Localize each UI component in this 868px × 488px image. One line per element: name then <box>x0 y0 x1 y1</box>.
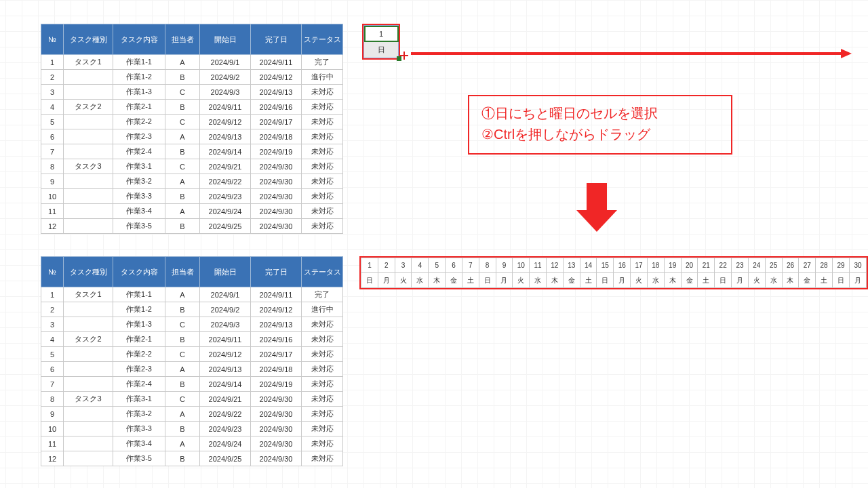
calendar-day-number[interactable]: 20 <box>681 258 698 273</box>
calendar-day-number[interactable]: 1 <box>361 258 378 273</box>
calendar-weekday[interactable]: 月 <box>849 273 866 288</box>
calendar-day-number[interactable]: 16 <box>614 258 631 273</box>
calendar-weekday[interactable]: 金 <box>799 273 816 288</box>
cell-kind[interactable] <box>64 407 113 422</box>
calendar-day-number[interactable]: 5 <box>429 258 446 273</box>
cell-pic[interactable]: C <box>165 392 200 407</box>
cell-no[interactable]: 2 <box>41 70 64 85</box>
calendar-day-number[interactable]: 19 <box>664 258 681 273</box>
calendar-day-number[interactable]: 25 <box>765 258 782 273</box>
cell-status[interactable]: 未対応 <box>302 115 343 129</box>
calendar-day-number[interactable]: 23 <box>732 258 749 273</box>
cell-task[interactable]: 作業3-2 <box>113 174 165 189</box>
calendar-day-number[interactable]: 9 <box>496 258 513 273</box>
cell-task[interactable]: 作業2-1 <box>113 332 165 347</box>
cell-status[interactable]: 未対応 <box>302 159 343 174</box>
calendar-weekday[interactable]: 木 <box>429 273 446 288</box>
cell-pic[interactable]: C <box>165 317 200 332</box>
table-row[interactable]: 2作業1-2B2024/9/22024/9/12進行中 <box>41 302 343 317</box>
cell-no[interactable]: 5 <box>41 115 64 129</box>
cell-task[interactable]: 作業2-4 <box>113 144 165 159</box>
calendar-weekday[interactable]: 木 <box>664 273 681 288</box>
cell-status[interactable]: 未対応 <box>302 144 343 159</box>
table-row[interactable]: 5作業2-2C2024/9/122024/9/17未対応 <box>41 115 343 129</box>
cell-start[interactable]: 2024/9/25 <box>200 451 251 466</box>
cell-task[interactable]: 作業2-2 <box>113 347 165 362</box>
cell-task[interactable]: 作業3-4 <box>113 204 165 219</box>
cell-no[interactable]: 1 <box>41 55 64 70</box>
cell-task[interactable]: 作業1-3 <box>113 317 165 332</box>
cell-end[interactable]: 2024/9/12 <box>251 70 302 85</box>
calendar-day-number[interactable]: 8 <box>479 258 496 273</box>
cell-task[interactable]: 作業2-1 <box>113 100 165 115</box>
cell-status[interactable]: 未対応 <box>302 189 343 204</box>
cell-pic[interactable]: B <box>165 377 200 392</box>
cell-pic[interactable]: B <box>165 451 200 466</box>
cell-pic[interactable]: B <box>165 332 200 347</box>
cell-kind[interactable]: タスク3 <box>64 159 113 174</box>
cell-no[interactable]: 4 <box>41 332 64 347</box>
cell-pic[interactable]: A <box>165 204 200 219</box>
cell-no[interactable]: 11 <box>41 204 64 219</box>
cell-end[interactable]: 2024/9/30 <box>251 422 302 436</box>
cell-pic[interactable]: A <box>165 436 200 451</box>
table-row[interactable]: 1タスク1作業1-1A2024/9/12024/9/11完了 <box>41 55 343 70</box>
cell-kind[interactable] <box>64 317 113 332</box>
cell-pic[interactable]: A <box>165 174 200 189</box>
cell-start[interactable]: 2024/9/1 <box>200 55 251 70</box>
cell-kind[interactable] <box>64 362 113 377</box>
cell-start[interactable]: 2024/9/25 <box>200 219 251 234</box>
cell-start[interactable]: 2024/9/11 <box>200 332 251 347</box>
cell-end[interactable]: 2024/9/13 <box>251 317 302 332</box>
cell-kind[interactable] <box>64 129 113 144</box>
calendar-weekday[interactable]: 木 <box>546 273 563 288</box>
table-row[interactable]: 8タスク3作業3-1C2024/9/212024/9/30未対応 <box>41 159 343 174</box>
cell-start[interactable]: 2024/9/13 <box>200 362 251 377</box>
cell-pic[interactable]: C <box>165 85 200 100</box>
calendar-weekday[interactable]: 月 <box>732 273 749 288</box>
cell-task[interactable]: 作業2-3 <box>113 362 165 377</box>
cell-task[interactable]: 作業2-4 <box>113 377 165 392</box>
cell-start[interactable]: 2024/9/12 <box>200 347 251 362</box>
cell-end[interactable]: 2024/9/12 <box>251 302 302 317</box>
cell-kind[interactable] <box>64 422 113 436</box>
fill-cell-weekday[interactable]: 日 <box>364 42 399 58</box>
cell-task[interactable]: 作業3-1 <box>113 392 165 407</box>
cell-task[interactable]: 作業1-1 <box>113 287 165 302</box>
cell-pic[interactable]: B <box>165 189 200 204</box>
cell-no[interactable]: 10 <box>41 189 64 204</box>
cell-pic[interactable]: A <box>165 407 200 422</box>
cell-pic[interactable]: C <box>165 159 200 174</box>
cell-status[interactable]: 未対応 <box>302 377 343 392</box>
calendar-weekday[interactable]: 日 <box>479 273 496 288</box>
cell-task[interactable]: 作業3-3 <box>113 189 165 204</box>
fill-cell-day-number[interactable]: 1 <box>364 26 399 42</box>
cell-start[interactable]: 2024/9/13 <box>200 129 251 144</box>
cell-end[interactable]: 2024/9/16 <box>251 332 302 347</box>
cell-status[interactable]: 完了 <box>302 55 343 70</box>
cell-kind[interactable] <box>64 436 113 451</box>
calendar-day-number[interactable]: 12 <box>546 258 563 273</box>
fill-selection[interactable]: 1 日 <box>362 24 400 60</box>
cell-status[interactable]: 未対応 <box>302 332 343 347</box>
calendar-weekday[interactable]: 月 <box>496 273 513 288</box>
calendar-weekday[interactable]: 火 <box>748 273 765 288</box>
cell-kind[interactable] <box>64 144 113 159</box>
calendar-weekday[interactable]: 水 <box>412 273 429 288</box>
cell-end[interactable]: 2024/9/30 <box>251 159 302 174</box>
cell-task[interactable]: 作業1-3 <box>113 85 165 100</box>
cell-pic[interactable]: B <box>165 100 200 115</box>
calendar-day-number[interactable]: 14 <box>580 258 597 273</box>
cell-start[interactable]: 2024/9/21 <box>200 392 251 407</box>
cell-end[interactable]: 2024/9/11 <box>251 287 302 302</box>
calendar-day-number[interactable]: 29 <box>833 258 850 273</box>
cell-pic[interactable]: B <box>165 144 200 159</box>
cell-pic[interactable]: A <box>165 129 200 144</box>
cell-start[interactable]: 2024/9/1 <box>200 287 251 302</box>
cell-kind[interactable] <box>64 347 113 362</box>
cell-start[interactable]: 2024/9/14 <box>200 144 251 159</box>
table-row[interactable]: 7作業2-4B2024/9/142024/9/19未対応 <box>41 377 343 392</box>
cell-end[interactable]: 2024/9/30 <box>251 451 302 466</box>
cell-pic[interactable]: C <box>165 115 200 129</box>
cell-start[interactable]: 2024/9/14 <box>200 377 251 392</box>
